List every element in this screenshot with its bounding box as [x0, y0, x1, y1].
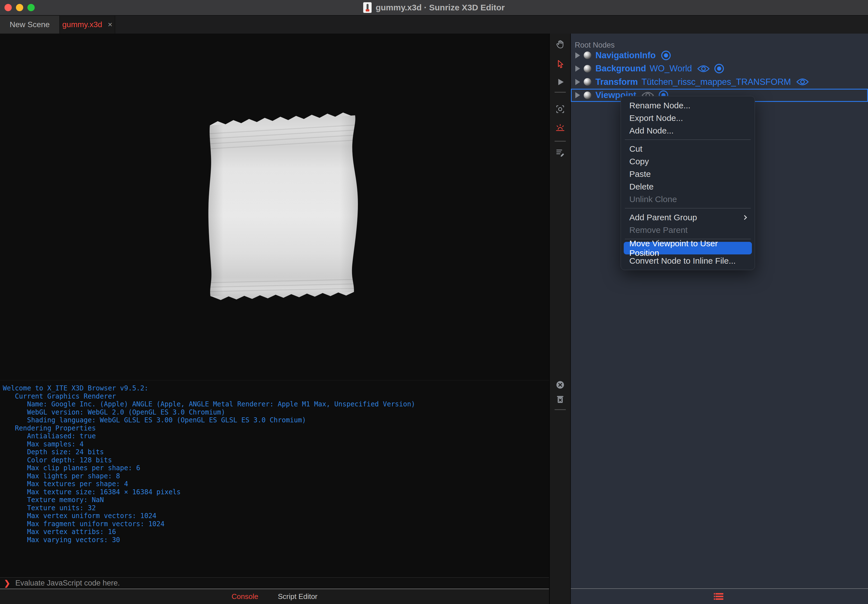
- node-type-label: Transform: [595, 77, 638, 87]
- tree-node-transform[interactable]: Transform Tütchen_rissc_mappes_TRANSFORM: [571, 75, 868, 89]
- expand-triangle-icon[interactable]: [575, 52, 580, 59]
- console-log: Welcome to X_ITE X3D Browser v9.5.2: Cur…: [0, 380, 549, 544]
- clear-console-trash-icon[interactable]: [555, 394, 565, 404]
- focus-camera-icon[interactable]: [555, 104, 565, 114]
- rail-separator: [555, 409, 566, 410]
- menu-item-export-node[interactable]: Export Node...: [621, 112, 755, 124]
- menu-item-cut[interactable]: Cut: [621, 143, 755, 155]
- outline-header: Root Nodes: [575, 41, 615, 50]
- menu-item-label: Rename Node...: [629, 101, 690, 110]
- visibility-eye-icon[interactable]: [697, 64, 710, 73]
- context-menu: Rename Node...Export Node...Add Node...C…: [621, 96, 755, 270]
- menu-item-label: Paste: [629, 169, 651, 179]
- title-bar: gummy.x3d · Sunrize X3D Editor: [0, 0, 868, 16]
- visibility-eye-icon[interactable]: [796, 77, 809, 87]
- tab-label: gummy.x3d: [62, 20, 102, 29]
- menu-item-label: Cut: [629, 144, 642, 154]
- menu-item-label: Move Viewpoint to User Position: [629, 239, 746, 258]
- tree-node-navigationinfo[interactable]: NavigationInfo: [571, 49, 868, 62]
- console-input[interactable]: [16, 579, 549, 587]
- node-name-label: Tütchen_rissc_mappes_TRANSFORM: [642, 77, 791, 87]
- tab-label: New Scene: [9, 20, 50, 29]
- traffic-lights: [5, 4, 35, 11]
- node-sphere-icon: [584, 65, 591, 73]
- outline-list-icon[interactable]: [714, 592, 725, 601]
- menu-item-move-viewpoint-to-user-position[interactable]: Move Viewpoint to User Position: [624, 242, 752, 255]
- menu-item-label: Convert Node to Inline File...: [629, 256, 736, 266]
- play-icon[interactable]: [555, 77, 565, 87]
- outline-footer: [571, 588, 868, 604]
- bound-node-icon[interactable]: [714, 63, 724, 74]
- close-button[interactable]: [5, 4, 12, 11]
- menu-item-label: Unlink Clone: [629, 194, 677, 204]
- zoom-button[interactable]: [28, 4, 35, 11]
- minimize-button[interactable]: [16, 4, 23, 11]
- node-tree: NavigationInfo Background WO_World: [571, 49, 868, 102]
- menu-item-label: Remove Parent: [629, 225, 688, 235]
- menu-item-convert-node-to-inline-file[interactable]: Convert Node to Inline File...: [621, 255, 755, 267]
- bottom-tab-bar: Console Script Editor: [0, 589, 549, 604]
- light-icon[interactable]: [555, 123, 565, 133]
- document-icon: [363, 2, 372, 13]
- window-title: gummy.x3d · Sunrize X3D Editor: [375, 3, 505, 12]
- pan-hand-icon[interactable]: [555, 39, 565, 49]
- app-window: gummy.x3d · Sunrize X3D Editor New Scene…: [0, 0, 868, 604]
- menu-item-delete[interactable]: Delete: [621, 180, 755, 193]
- script-edit-icon[interactable]: [555, 148, 565, 158]
- tab-console[interactable]: Console: [231, 592, 258, 601]
- viewport-3d[interactable]: [0, 34, 549, 380]
- tab-new-scene[interactable]: New Scene: [0, 16, 59, 34]
- left-pane: Welcome to X_ITE X3D Browser v9.5.2: Cur…: [0, 34, 549, 604]
- node-type-label: NavigationInfo: [595, 50, 656, 61]
- tree-node-background[interactable]: Background WO_World: [571, 62, 868, 76]
- menu-item-add-parent-group[interactable]: Add Parent Group: [621, 211, 755, 224]
- rail-separator: [555, 141, 566, 141]
- rail-separator: [555, 92, 566, 93]
- node-sphere-icon: [584, 78, 591, 85]
- menu-item-copy[interactable]: Copy: [621, 155, 755, 168]
- menu-separator: [625, 140, 751, 140]
- expand-triangle-icon[interactable]: [575, 92, 580, 98]
- menu-separator: [625, 208, 751, 208]
- close-console-icon[interactable]: [555, 380, 565, 390]
- tab-script-editor[interactable]: Script Editor: [278, 592, 318, 601]
- tool-rail: [549, 34, 570, 604]
- bound-node-icon[interactable]: [661, 50, 671, 61]
- menu-item-add-node[interactable]: Add Node...: [621, 124, 755, 137]
- expand-triangle-icon[interactable]: [575, 65, 580, 71]
- viewport-3d-object: [208, 112, 359, 304]
- tab-gummy-x3d[interactable]: gummy.x3d ×: [59, 16, 115, 34]
- node-sphere-icon: [584, 92, 591, 99]
- console-output: Welcome to X_ITE X3D Browser v9.5.2: Cur…: [0, 380, 549, 578]
- node-name-label: WO_World: [650, 64, 692, 74]
- submenu-chevron-icon: [742, 215, 747, 220]
- select-arrow-icon[interactable]: [555, 59, 565, 70]
- menu-item-label: Add Node...: [629, 126, 674, 135]
- menu-item-label: Add Parent Group: [629, 213, 697, 222]
- menu-item-rename-node[interactable]: Rename Node...: [621, 99, 755, 112]
- console-prompt: ❯: [4, 579, 10, 588]
- menu-item-label: Delete: [629, 182, 654, 191]
- menu-item-unlink-clone: Unlink Clone: [621, 193, 755, 205]
- tab-bar: New Scene gummy.x3d ×: [0, 16, 868, 34]
- menu-item-label: Export Node...: [629, 113, 683, 123]
- expand-triangle-icon[interactable]: [575, 79, 580, 85]
- menu-item-remove-parent: Remove Parent: [621, 224, 755, 236]
- tab-close-icon[interactable]: ×: [108, 20, 112, 29]
- node-type-label: Background: [595, 64, 646, 74]
- menu-item-paste[interactable]: Paste: [621, 168, 755, 180]
- console-input-row: ❯: [0, 578, 549, 589]
- menu-item-label: Copy: [629, 157, 649, 166]
- node-sphere-icon: [584, 51, 591, 59]
